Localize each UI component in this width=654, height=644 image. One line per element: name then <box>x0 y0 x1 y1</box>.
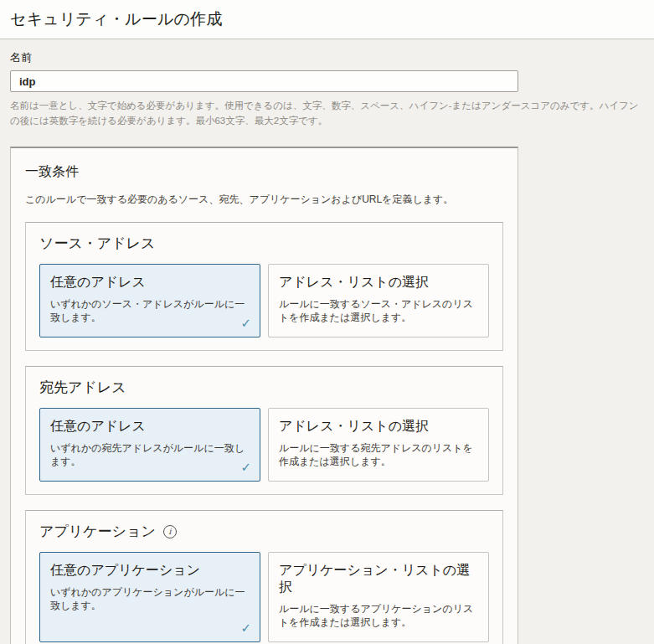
card-title: 任意のアドレス <box>50 418 250 435</box>
match-criteria-description: このルールで一致する必要のあるソース、宛先、アプリケーションおよびURLを定義し… <box>25 193 503 207</box>
card-description: いずれかのソース・アドレスがルールに一致します。 <box>50 297 250 327</box>
match-criteria-panel: 一致条件 このルールで一致する必要のあるソース、宛先、アプリケーションおよびUR… <box>10 147 518 644</box>
match-criteria-title: 一致条件 <box>25 163 503 181</box>
card-description: ルールに一致する宛先アドレスのリストを作成または選択します。 <box>279 441 478 471</box>
card-destination-select-address-list[interactable]: アドレス・リストの選択 ルールに一致する宛先アドレスのリストを作成または選択しま… <box>268 408 489 482</box>
card-destination-any-address[interactable]: 任意のアドレス いずれかの宛先アドレスがルールに一致します。 ✓ <box>39 408 260 482</box>
name-helper-text: 名前は一意とし、文字で始める必要があります。使用できるのは、文字、数字、スペース… <box>10 98 640 129</box>
card-title: 任意のアプリケーション <box>50 562 250 579</box>
selected-check-icon: ✓ <box>240 621 251 636</box>
selected-check-icon: ✓ <box>240 316 251 331</box>
info-icon[interactable]: i <box>163 525 177 538</box>
page-title: セキュリティ・ルールの作成 <box>10 8 223 30</box>
card-description: いずれかの宛先アドレスがルールに一致します。 <box>50 441 250 471</box>
card-select-application-list[interactable]: アプリケーション・リストの選択 ルールに一致するアプリケーションのリストを作成ま… <box>268 552 489 642</box>
dialog-header: セキュリティ・ルールの作成 <box>0 0 654 39</box>
dialog-body: 名前 名前は一意とし、文字で始める必要があります。使用できるのは、文字、数字、ス… <box>0 39 654 644</box>
destination-address-title: 宛先アドレス <box>39 378 126 397</box>
card-title: 任意のアドレス <box>50 274 250 291</box>
application-title: アプリケーション <box>39 522 156 541</box>
card-source-select-address-list[interactable]: アドレス・リストの選択 ルールに一致するソース・アドレスのリストを作成または選択… <box>268 264 489 337</box>
card-title: アプリケーション・リストの選択 <box>279 562 478 595</box>
name-field-group: 名前 名前は一意とし、文字で始める必要があります。使用できるのは、文字、数字、ス… <box>10 50 644 129</box>
card-source-any-address[interactable]: 任意のアドレス いずれかのソース・アドレスがルールに一致します。 ✓ <box>39 264 260 337</box>
card-description: ルールに一致するソース・アドレスのリストを作成または選択します。 <box>279 297 478 327</box>
application-section: アプリケーション i 任意のアプリケーション いずれかのアプリケーションがルール… <box>25 510 503 644</box>
name-input[interactable] <box>10 70 518 92</box>
name-label: 名前 <box>10 50 644 65</box>
source-address-title: ソース・アドレス <box>39 234 155 253</box>
card-title: アドレス・リストの選択 <box>279 274 478 291</box>
card-title: アドレス・リストの選択 <box>279 418 478 435</box>
selected-check-icon: ✓ <box>240 460 251 475</box>
card-description: いずれかのアプリケーションがルールに一致します。 <box>50 585 250 615</box>
destination-address-section: 宛先アドレス 任意のアドレス いずれかの宛先アドレスがルールに一致します。 ✓ … <box>25 366 503 495</box>
card-description: ルールに一致するアプリケーションのリストを作成または選択します。 <box>279 602 478 631</box>
card-any-application[interactable]: 任意のアプリケーション いずれかのアプリケーションがルールに一致します。 ✓ <box>39 552 260 642</box>
source-address-section: ソース・アドレス 任意のアドレス いずれかのソース・アドレスがルールに一致します… <box>25 222 503 351</box>
